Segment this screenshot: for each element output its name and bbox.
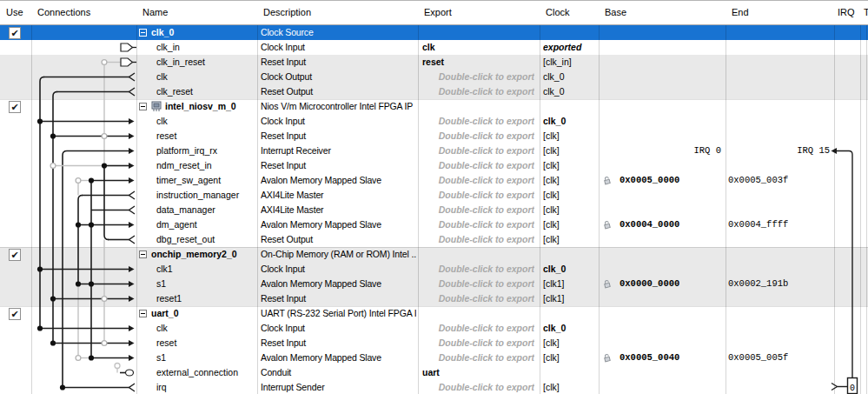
- description-cell[interactable]: Avalon Memory Mapped Slave: [261, 277, 416, 291]
- component-name[interactable]: onchip_memory2_0: [151, 247, 257, 262]
- clock-cell[interactable]: [clk]: [543, 351, 597, 365]
- export-placeholder[interactable]: Double-click to export: [420, 144, 534, 158]
- export-placeholder[interactable]: Double-click to export: [420, 158, 534, 173]
- collapse-expander[interactable]: [139, 250, 147, 258]
- description-cell[interactable]: Reset Input: [261, 336, 416, 351]
- exported-port-icon[interactable]: [121, 43, 133, 51]
- column-separator[interactable]: [860, 1, 861, 394]
- use-checkbox[interactable]: ✔: [9, 27, 21, 39]
- interface-name[interactable]: clk_reset: [156, 84, 255, 99]
- description-cell[interactable]: Reset Output: [261, 84, 416, 99]
- use-checkbox[interactable]: ✔: [9, 101, 21, 113]
- description-cell[interactable]: Conduit: [261, 365, 416, 380]
- interface-name[interactable]: clk_in: [156, 40, 255, 55]
- component-name[interactable]: intel_niosv_m_0: [165, 99, 257, 114]
- clock-cell[interactable]: [clk]: [543, 217, 597, 232]
- irq-value-box[interactable]: [848, 378, 858, 394]
- use-checkbox[interactable]: ✔: [9, 308, 21, 320]
- potential-endpoint-icon[interactable]: [115, 364, 120, 369]
- export-placeholder[interactable]: Double-click to export: [420, 321, 534, 336]
- column-header-t[interactable]: T: [860, 1, 868, 24]
- end-address[interactable]: 0x0002_191b: [728, 277, 788, 291]
- description-cell[interactable]: Reset Output: [261, 232, 416, 247]
- column-header-end[interactable]: End: [726, 1, 834, 24]
- collapse-expander[interactable]: [139, 103, 147, 110]
- description-cell[interactable]: Clock Input: [261, 262, 416, 277]
- clock-cell[interactable]: [clk]: [543, 336, 597, 351]
- description-cell[interactable]: Nios V/m Microcontroller Intel FPGA IP: [261, 99, 416, 114]
- connection-junction-dot[interactable]: [60, 384, 65, 390]
- clock-cell[interactable]: clk_0: [543, 70, 597, 84]
- interface-name[interactable]: timer_sw_agent: [156, 173, 255, 188]
- export-placeholder[interactable]: Double-click to export: [420, 114, 534, 129]
- interface-name[interactable]: reset1: [156, 291, 255, 306]
- column-header-use[interactable]: Use: [0, 1, 31, 24]
- interface-name[interactable]: clk_in_reset: [156, 55, 255, 70]
- interface-name[interactable]: ndm_reset_in: [156, 158, 255, 173]
- export-placeholder[interactable]: Double-click to export: [420, 203, 534, 217]
- export-placeholder[interactable]: Double-click to export: [420, 188, 534, 203]
- export-placeholder[interactable]: Double-click to export: [420, 380, 534, 394]
- export-placeholder[interactable]: Double-click to export: [420, 291, 534, 306]
- potential-connection-circle[interactable]: [102, 134, 107, 139]
- connection-junction-dot[interactable]: [76, 222, 81, 227]
- clock-cell[interactable]: [clk1]: [543, 277, 597, 291]
- end-address[interactable]: 0x0005_003f: [728, 173, 788, 188]
- description-cell[interactable]: Clock Output: [261, 70, 416, 84]
- description-cell[interactable]: Clock Source: [261, 25, 416, 40]
- interface-name[interactable]: external_connection: [156, 365, 255, 380]
- column-separator[interactable]: [31, 1, 32, 394]
- description-cell[interactable]: AXI4Lite Master: [261, 188, 416, 203]
- component-name[interactable]: clk_0: [151, 25, 257, 40]
- clock-cell[interactable]: [clk_in]: [543, 55, 597, 70]
- export-placeholder[interactable]: Double-click to export: [420, 277, 534, 291]
- export-placeholder[interactable]: Double-click to export: [420, 217, 534, 232]
- potential-connection-circle[interactable]: [76, 356, 81, 361]
- base-address[interactable]: 0x0005_0000: [620, 173, 679, 188]
- export-name[interactable]: uart: [422, 365, 535, 380]
- connection-junction-dot[interactable]: [102, 163, 107, 168]
- description-cell[interactable]: Reset Input: [261, 158, 416, 173]
- interface-name[interactable]: irq: [156, 380, 255, 394]
- lock-icon[interactable]: [603, 353, 612, 363]
- clock-cell[interactable]: clk_0: [543, 262, 597, 277]
- column-separator[interactable]: [599, 1, 600, 394]
- description-cell[interactable]: Clock Input: [261, 114, 416, 129]
- description-cell[interactable]: Avalon Memory Mapped Slave: [261, 351, 416, 365]
- description-cell[interactable]: Interrupt Sender: [261, 380, 416, 394]
- export-name[interactable]: clk: [422, 40, 535, 55]
- collapse-expander[interactable]: [139, 310, 147, 317]
- interface-name[interactable]: dbg_reset_out: [156, 232, 255, 247]
- potential-connection-circle[interactable]: [76, 178, 81, 184]
- clock-cell[interactable]: clk_0: [543, 321, 597, 336]
- potential-connection-circle[interactable]: [102, 341, 107, 346]
- conduit-export-icon[interactable]: [126, 370, 134, 376]
- clock-cell[interactable]: [clk]: [543, 203, 597, 217]
- irq-number-value[interactable]: 0: [850, 384, 855, 393]
- column-header-base[interactable]: Base: [599, 1, 726, 24]
- interface-name[interactable]: data_manager: [156, 203, 255, 217]
- connection-junction-dot[interactable]: [89, 355, 94, 360]
- interface-name[interactable]: clk: [156, 114, 255, 129]
- export-placeholder[interactable]: Double-click to export: [420, 262, 534, 277]
- export-placeholder[interactable]: Double-click to export: [420, 84, 534, 99]
- clock-cell[interactable]: clk_0: [543, 114, 597, 129]
- clock-cell[interactable]: [clk]: [543, 129, 597, 144]
- description-cell[interactable]: Interrupt Receiver: [261, 144, 416, 158]
- connection-junction-dot[interactable]: [89, 177, 94, 183]
- interface-name[interactable]: clk: [156, 321, 255, 336]
- column-separator[interactable]: [418, 1, 419, 394]
- export-placeholder[interactable]: Double-click to export: [420, 173, 534, 188]
- component-name[interactable]: uart_0: [151, 306, 257, 321]
- connection-junction-dot[interactable]: [50, 340, 56, 345]
- column-header-irq[interactable]: IRQ: [834, 1, 860, 24]
- export-name[interactable]: reset: [422, 55, 535, 70]
- column-header-name[interactable]: Name: [136, 1, 257, 24]
- base-address[interactable]: 0x0005_0040: [620, 351, 679, 365]
- connection-junction-dot[interactable]: [37, 325, 43, 331]
- export-placeholder[interactable]: Double-click to export: [420, 129, 534, 144]
- base-address[interactable]: 0x0004_0000: [620, 217, 679, 232]
- connection-junction-dot[interactable]: [50, 133, 56, 138]
- lock-icon[interactable]: [603, 220, 612, 230]
- interface-name[interactable]: s1: [156, 351, 255, 365]
